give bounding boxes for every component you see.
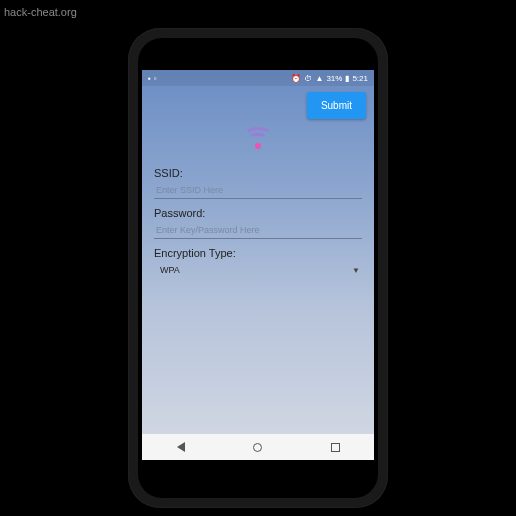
ssid-input[interactable] <box>154 182 362 199</box>
nav-home-button[interactable] <box>252 441 264 453</box>
battery-text: 31% <box>326 74 342 83</box>
wifi-icon <box>244 127 272 149</box>
password-input[interactable] <box>154 222 362 239</box>
clock-text: 5:21 <box>352 74 368 83</box>
watermark-text: hack-cheat.org <box>4 6 77 18</box>
encryption-label: Encryption Type: <box>154 247 362 259</box>
nav-recent-button[interactable] <box>329 441 341 453</box>
password-label: Password: <box>154 207 362 219</box>
notification-icon: ▫ <box>154 74 157 83</box>
alarm-icon: ⏰ <box>291 74 301 83</box>
submit-area: Submit <box>142 86 374 123</box>
phone-frame: ▪ ▫ ⏰ ⏱ ▲ 31% ▮ 5:21 Submit <box>128 28 388 508</box>
nav-back-button[interactable] <box>175 441 187 453</box>
status-left: ▪ ▫ <box>148 74 157 83</box>
phone-inner: ▪ ▫ ⏰ ⏱ ▲ 31% ▮ 5:21 Submit <box>138 38 378 498</box>
wifi-form: SSID: Password: Encryption Type: WPA ▼ <box>142 167 374 278</box>
encryption-select[interactable]: WPA ▼ <box>154 259 362 278</box>
app-screen: ▪ ▫ ⏰ ⏱ ▲ 31% ▮ 5:21 Submit <box>142 70 374 460</box>
android-nav-bar <box>142 434 374 460</box>
battery-icon: ▮ <box>345 74 349 83</box>
status-right: ⏰ ⏱ ▲ 31% ▮ 5:21 <box>291 74 368 83</box>
alarm-icon: ⏱ <box>304 74 312 83</box>
chevron-down-icon: ▼ <box>352 266 360 275</box>
ssid-label: SSID: <box>154 167 362 179</box>
status-bar: ▪ ▫ ⏰ ⏱ ▲ 31% ▮ 5:21 <box>142 70 374 86</box>
signal-icon: ▲ <box>315 74 323 83</box>
wifi-icon-area <box>142 123 374 159</box>
notification-icon: ▪ <box>148 74 151 83</box>
submit-button[interactable]: Submit <box>307 92 366 119</box>
encryption-selected-value: WPA <box>160 265 180 275</box>
